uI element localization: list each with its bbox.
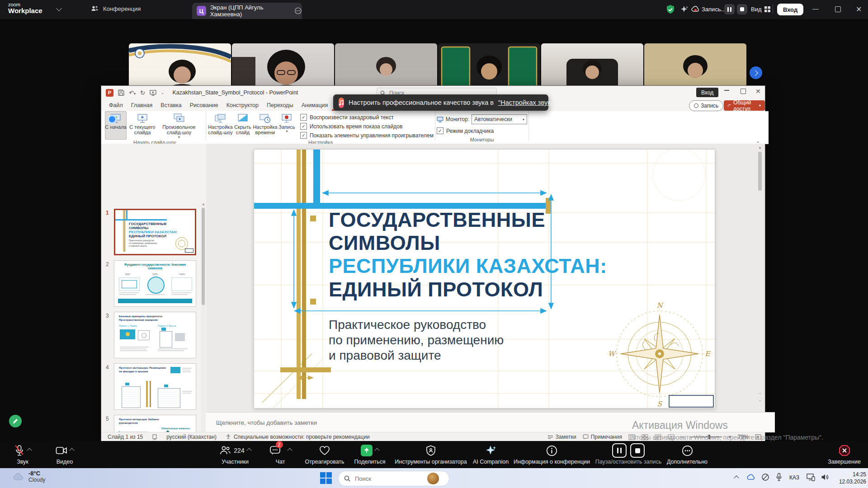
ai-sparkle-icon[interactable] [680, 5, 689, 14]
tab-file[interactable]: Файл [105, 100, 127, 111]
from-current-slide-button[interactable]: С текущего слайда [127, 111, 158, 140]
slide-thumbnail-2[interactable]: Фундамент государственности: Анатомия си… [114, 260, 196, 307]
powerpoint-window[interactable]: P ↶▾ ↻ ⌄ Kazakhstan_State_Symbol_Protoco… [101, 86, 765, 441]
tab-transitions[interactable]: Переходы [263, 100, 297, 111]
taskbar-search-box[interactable] [338, 471, 449, 486]
audio-settings-link[interactable]: "Настройках звука" [498, 99, 557, 106]
slide-thumbnail-3[interactable]: Базовые принципы приоритета: Пространств… [114, 312, 196, 358]
view-grid-icon[interactable] [764, 6, 771, 13]
tab-meeting[interactable]: Конференция [90, 4, 141, 13]
start-slideshow-qat-icon[interactable] [150, 90, 156, 96]
scroll-up-icon[interactable]: ▲ [202, 202, 205, 206]
start-button[interactable] [320, 472, 332, 484]
participants-options-caret[interactable] [246, 448, 251, 453]
stop-recording-button[interactable] [630, 443, 645, 458]
ppt-share-button[interactable]: Общий доступ ▾ [724, 100, 765, 111]
host-tools-button[interactable]: Инструменты организатора [392, 444, 469, 465]
qat-customize-chevron-icon[interactable]: ⌄ [161, 90, 165, 95]
taskbar-clock[interactable]: 14:25 12.03.2026 [835, 471, 866, 485]
accessibility-status[interactable]: Специальные возможности: проверьте реком… [226, 434, 370, 440]
tab-draw[interactable]: Рисование [186, 100, 222, 111]
end-meeting-button[interactable]: Завершение [821, 444, 868, 465]
checkbox-play-narrations[interactable]: ✓Воспроизвести закадровый текст [300, 114, 434, 121]
slide-thumbnail-panel[interactable]: 1 ГОСУДАРСТВЕННЫЕ СИМВОЛЫ РЕСПУБЛИКИ КАЗ… [101, 144, 207, 432]
recording-stop-button[interactable] [737, 4, 747, 14]
monitor-select[interactable]: Автоматически ▾ [472, 114, 527, 124]
redo-icon[interactable]: ↻ [140, 89, 145, 96]
next-participants-button[interactable] [750, 66, 762, 79]
slide-canvas[interactable]: N E S W ГОСУДАРСТВЕННЫЕ СИМВОЛЫ РЕСПУБЛИ… [254, 149, 715, 408]
ppt-minimize-icon[interactable] [724, 90, 729, 91]
tab-animations[interactable]: Анимация [297, 100, 332, 111]
slide-area-scrollbar[interactable]: ▲ ⌃⌄ [758, 145, 762, 410]
prev-next-slide-buttons[interactable]: ⌃⌄ [758, 392, 762, 403]
tray-hidden-icons-chevron[interactable] [734, 475, 739, 480]
annotation-pencil-button[interactable] [9, 415, 22, 427]
thumbnail-panel-scrollbar[interactable]: ▲ [201, 202, 205, 432]
ppt-restore-icon[interactable] [741, 89, 746, 94]
audio-quality-toast[interactable]: Настроить профессиональное качество звук… [333, 94, 548, 111]
workspace-menu-chevron-icon[interactable] [56, 5, 62, 11]
tab-screen-share[interactable]: Ц Экран (ЦПП Айгуль Хамзеевна) [192, 3, 302, 19]
slide-thumbnail-4[interactable]: Протокол экстерьера: Размещение на фасад… [114, 363, 196, 410]
recording-pause-button[interactable] [724, 4, 735, 14]
ppt-close-icon[interactable]: ✕ [755, 88, 761, 95]
video-options-caret[interactable] [69, 448, 74, 453]
scrollbar-thumb[interactable] [202, 208, 205, 305]
share-options-caret[interactable] [374, 448, 379, 453]
chat-button[interactable]: 2 Чат [260, 444, 301, 465]
setup-slideshow-button[interactable]: Настройка слайд-шоу [208, 111, 233, 140]
window-close-icon[interactable]: ✕ [856, 5, 862, 14]
checkbox-use-timings[interactable]: ✓Использовать время показа слайдов [300, 123, 434, 130]
tab-design[interactable]: Конструктор [222, 100, 263, 111]
comments-toggle[interactable]: Примечания [583, 434, 622, 440]
search-highlight-image[interactable] [427, 473, 439, 484]
react-button[interactable]: Отреагировать [300, 444, 349, 465]
share-screen-button[interactable]: Поделиться [349, 444, 390, 465]
scroll-up-icon[interactable]: ▲ [758, 145, 762, 150]
language-status[interactable]: русский (Казахстан) [166, 434, 217, 440]
onedrive-tray-icon[interactable] [747, 474, 756, 481]
from-start-button[interactable]: С начала [105, 111, 127, 140]
ppt-signin-button[interactable]: Вход [696, 88, 718, 97]
ppt-record-button[interactable]: Запись [689, 100, 723, 111]
audio-button[interactable]: Звук [4, 444, 42, 465]
slide-thumbnail-5[interactable]: Протокол интерьера: Кабинет руководителя… [114, 415, 196, 432]
save-icon[interactable] [118, 89, 124, 96]
record-slideshow-button[interactable]: Запись ▾ [278, 111, 296, 140]
window-minimize-icon[interactable]: — [812, 5, 819, 12]
participants-button[interactable]: 224 Участники [206, 444, 264, 465]
cast-device-tray-icon[interactable] [807, 473, 816, 481]
more-button[interactable]: Дополнительно [665, 444, 710, 465]
chat-options-caret[interactable] [287, 448, 292, 453]
checkbox-presenter-view[interactable]: ✓Режим докладчика [437, 127, 527, 134]
view-button-label[interactable]: Вид [751, 6, 762, 13]
scrollbar-thumb[interactable] [758, 152, 762, 191]
pause-stop-recording-control[interactable]: Пауза/остановить запись [592, 444, 665, 465]
spellcheck-icon[interactable] [152, 434, 157, 440]
tab-home[interactable]: Главная [127, 100, 157, 111]
tab-insert[interactable]: Вставка [156, 100, 185, 111]
ai-companion-button[interactable]: AI Companion [469, 444, 512, 465]
security-shield-icon[interactable] [665, 5, 675, 14]
pause-recording-button[interactable] [612, 443, 627, 458]
speaker-tray-icon[interactable] [821, 474, 829, 481]
weather-widget[interactable]: -8°C Cloudy [13, 470, 45, 483]
slide-thumbnail-1[interactable]: ГОСУДАРСТВЕННЫЕ СИМВОЛЫ РЕСПУБЛИКИ КАЗАХ… [114, 209, 196, 255]
hide-slide-button[interactable]: Скрыть слайд [233, 111, 252, 140]
mic-tray-icon[interactable] [776, 473, 782, 482]
slide-placeholder-box[interactable] [669, 395, 713, 407]
taskbar-search-input[interactable] [354, 475, 424, 483]
video-button[interactable]: Видео [45, 444, 84, 465]
custom-slideshow-button[interactable]: Произвольное слайд-шоу ▾ [158, 111, 200, 140]
window-restore-icon[interactable] [835, 6, 841, 12]
audio-options-caret[interactable] [27, 448, 32, 453]
keyboard-layout-indicator[interactable]: КАЗ [789, 474, 799, 481]
tab-options-icon[interactable] [294, 7, 302, 15]
undo-icon[interactable]: ↶▾ [129, 89, 136, 96]
meeting-info-button[interactable]: Информация о конференции [510, 444, 594, 465]
checkbox-show-media-controls[interactable]: ✓Показать элементы управления проигрыват… [300, 132, 434, 139]
rehearse-timings-button[interactable]: Настройка времени [252, 111, 278, 140]
blocked-status-tray-icon[interactable] [761, 473, 769, 481]
notes-toggle[interactable]: Заметки [547, 434, 576, 440]
